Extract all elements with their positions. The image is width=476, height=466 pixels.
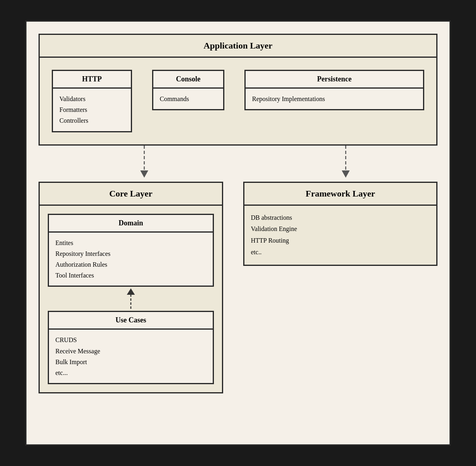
inner-arrow-container <box>48 287 214 311</box>
persistence-content: Repository Implementations <box>246 89 423 109</box>
framework-item-1: DB abstractions <box>251 212 430 224</box>
http-item-2: Formatters <box>59 104 124 115</box>
http-item-1: Validators <box>59 93 124 104</box>
bottom-row: Core Layer Domain Entites Repository Int… <box>39 182 437 394</box>
domain-item-3: Authorization Rules <box>55 259 206 270</box>
arrows-row <box>39 146 437 182</box>
use-cases-title: Use Cases <box>49 312 213 330</box>
http-content: Validators Formatters Controllers <box>53 89 131 131</box>
domain-content: Entites Repository Interfaces Authorizat… <box>49 233 213 286</box>
use-cases-item-1: CRUDS <box>55 334 206 345</box>
console-item-1: Commands <box>160 93 217 104</box>
use-cases-item-4: etc... <box>55 367 206 378</box>
use-cases-item-3: Bulk Import <box>55 357 206 367</box>
domain-item-1: Entites <box>55 237 206 248</box>
persistence-box: Persistence Repository Implementations <box>244 70 424 110</box>
console-box: Console Commands <box>152 70 224 110</box>
console-title: Console <box>153 71 223 89</box>
http-title: HTTP <box>53 71 131 89</box>
domain-title: Domain <box>49 215 213 233</box>
application-layer-title: Application Layer <box>40 35 436 58</box>
domain-item-4: Tool Interfaces <box>55 270 206 281</box>
application-inner: HTTP Validators Formatters Controllers C… <box>40 58 436 144</box>
svg-marker-5 <box>127 288 135 295</box>
http-item-3: Controllers <box>59 115 124 126</box>
framework-item-2: Validation Engine <box>251 223 430 235</box>
framework-layer-title: Framework Layer <box>244 183 436 206</box>
core-layer-title: Core Layer <box>40 183 222 206</box>
use-cases-item-2: Receive Message <box>55 346 206 357</box>
framework-item-3: HTTP Routing <box>251 235 430 247</box>
core-inner: Domain Entites Repository Interfaces Aut… <box>40 206 222 393</box>
use-cases-content: CRUDS Receive Message Bulk Import etc... <box>49 330 213 383</box>
http-box: HTTP Validators Formatters Controllers <box>52 70 132 132</box>
svg-marker-1 <box>140 170 148 178</box>
application-layer: Application Layer HTTP Validators Format… <box>39 34 437 146</box>
arrows-svg <box>39 146 437 182</box>
core-layer: Core Layer Domain Entites Repository Int… <box>39 182 223 394</box>
svg-marker-3 <box>342 170 350 178</box>
use-cases-box: Use Cases CRUDS Receive Message Bulk Imp… <box>48 311 214 384</box>
framework-layer: Framework Layer DB abstractions Validati… <box>243 182 437 266</box>
inner-arrow-svg <box>119 287 143 311</box>
domain-box: Domain Entites Repository Interfaces Aut… <box>48 214 214 287</box>
persistence-item-1: Repository Implementations <box>252 93 417 104</box>
persistence-title: Persistence <box>246 71 423 89</box>
diagram-container: Application Layer HTTP Validators Format… <box>25 20 451 446</box>
framework-content: DB abstractions Validation Engine HTTP R… <box>244 206 436 265</box>
domain-item-2: Repository Interfaces <box>55 248 206 259</box>
framework-item-4: etc.. <box>251 247 430 258</box>
console-content: Commands <box>153 89 223 109</box>
